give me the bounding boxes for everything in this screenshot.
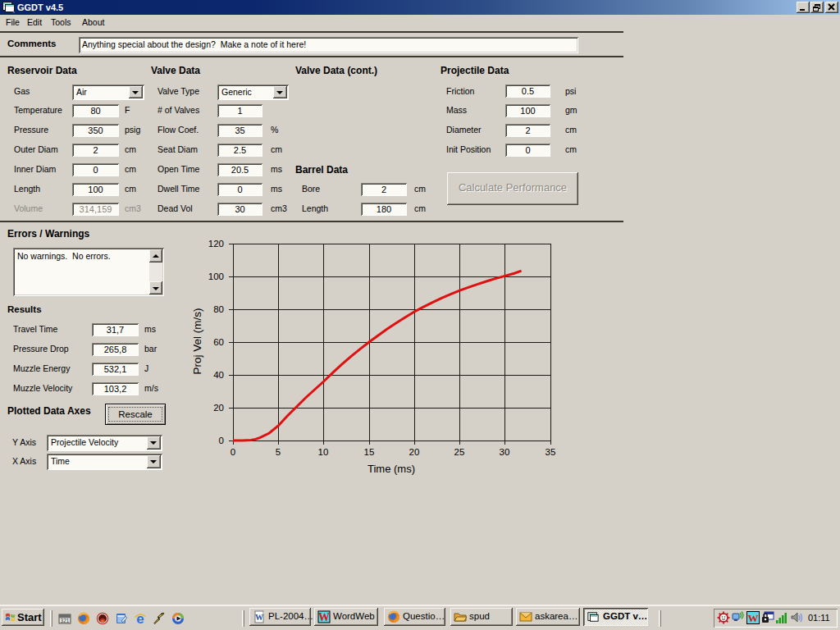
svg-text:10: 10 bbox=[318, 447, 329, 457]
svg-text:W: W bbox=[318, 611, 330, 623]
svg-text:100: 100 bbox=[208, 272, 224, 281]
svg-text:120: 120 bbox=[208, 239, 224, 249]
svg-text:Proj Vel (m/s): Proj Vel (m/s) bbox=[191, 308, 203, 374]
svg-text:321: 321 bbox=[61, 618, 70, 623]
svg-text:35: 35 bbox=[546, 447, 556, 457]
svg-text:0: 0 bbox=[219, 436, 224, 445]
svg-text:30: 30 bbox=[500, 447, 510, 457]
svg-text:20: 20 bbox=[409, 447, 420, 457]
svg-text:5: 5 bbox=[276, 447, 281, 457]
svg-text:60: 60 bbox=[213, 337, 224, 347]
svg-text:25: 25 bbox=[454, 447, 465, 457]
svg-text:20: 20 bbox=[213, 403, 224, 413]
svg-text:Time (ms): Time (ms) bbox=[368, 463, 415, 475]
svg-text:15: 15 bbox=[364, 447, 375, 457]
svg-text:0: 0 bbox=[231, 447, 235, 457]
svg-text:40: 40 bbox=[213, 370, 224, 380]
svg-text:80: 80 bbox=[213, 304, 224, 314]
svg-text:W: W bbox=[748, 612, 759, 624]
svg-text:W: W bbox=[255, 613, 263, 622]
